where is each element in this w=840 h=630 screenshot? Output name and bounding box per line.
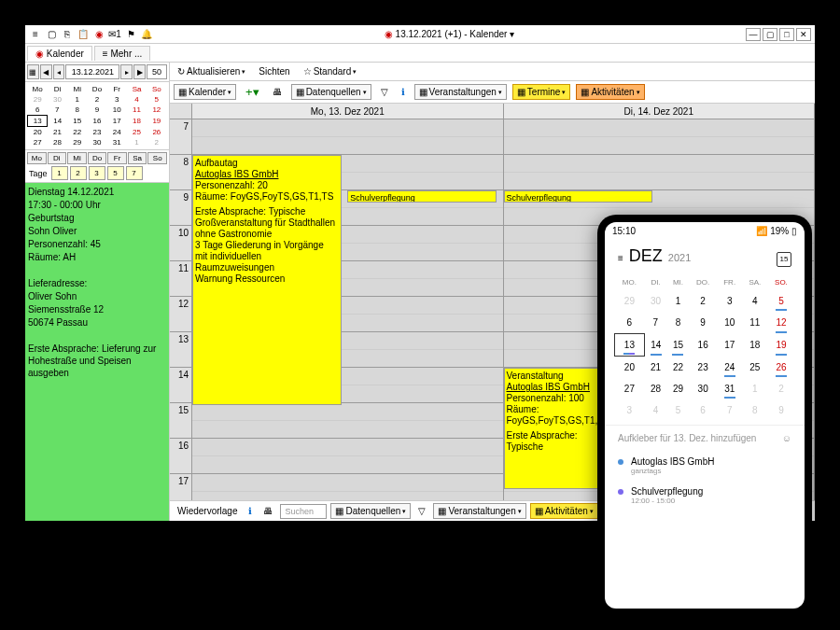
phone-today-button[interactable]: 15 [777, 252, 791, 267]
mail-icon[interactable]: ✉1 [108, 28, 121, 41]
toolbar-lower: ▦ Kalender ▾ +▾ 🖶 ▦ Datenquellen ▾ ▽ ℹ ▦… [170, 81, 815, 104]
next-button[interactable]: ▸ [120, 64, 133, 79]
print-button[interactable]: 🖶 [269, 85, 286, 99]
flag-icon[interactable]: ⚑ [124, 28, 137, 41]
prev-far-button[interactable]: ◀ [40, 64, 52, 79]
filter-bottom[interactable]: ▽ [414, 504, 429, 518]
filter-button[interactable]: ▽ [377, 85, 392, 99]
days-2[interactable]: 2 [70, 166, 87, 180]
next-far-button[interactable]: ▶ [133, 64, 146, 79]
sidebar: ▦ ◀ ◂ ▸ ▶ MoDiMiDoFrSaSo 293012345 67891… [25, 63, 170, 521]
phone-statusbar: 15:10 📶 19% ▯ [605, 222, 805, 239]
phone-menu-icon[interactable]: ≡ [618, 253, 623, 263]
dow-mo[interactable]: Mo [27, 152, 47, 164]
days-3[interactable]: 3 [89, 166, 105, 180]
mini-calendar[interactable]: MoDiMiDoFrSaSo 293012345 6789101112 1314… [25, 82, 169, 150]
tab-kalender[interactable]: ◉ Kalender [27, 46, 92, 61]
prev-button[interactable]: ◂ [53, 64, 65, 79]
phone-event-list: Autoglas IBS GmbH ganztags Schulverpfleg… [605, 451, 805, 511]
datenquellen-bottom[interactable]: ▦ Datenquellen ▾ [330, 503, 411, 519]
date-input[interactable] [65, 64, 119, 79]
maximize-button[interactable]: □ [779, 28, 794, 41]
aktivitaten-bottom[interactable]: ▦ Aktivitäten ▾ [530, 503, 598, 519]
dow-mi[interactable]: Mi [67, 152, 87, 164]
phone-calendar[interactable]: MO.DI.MI.DO.FR.SA.SO. 293012345 67891011… [605, 274, 805, 421]
day-column-1[interactable]: Mo, 13. Dez 2021 Aufbautag Autoglas IBS … [192, 104, 504, 500]
dow-do[interactable]: Do [88, 152, 107, 164]
search-input[interactable]: Suchen [280, 504, 327, 519]
titlebar: ≡ ▢ ⎘ 📋 ◉ ✉1 ⚑ 🔔 ◉ 13.12.2021 (+1) - Kal… [25, 25, 815, 44]
days-7[interactable]: 7 [126, 166, 143, 180]
dow-sa[interactable]: Sa [128, 152, 147, 164]
phone-month[interactable]: DEZ [629, 246, 663, 266]
target-icon[interactable]: ◉ [92, 28, 105, 41]
bullet-icon [618, 489, 623, 495]
event-schulverpflegung-2[interactable]: Schulverpflegung [504, 190, 653, 203]
refresh-button[interactable]: ↻ Aktualisieren ▾ [174, 64, 249, 78]
minimize-button[interactable]: — [746, 28, 761, 41]
event-schulverpflegung-1[interactable]: Schulverpflegung [347, 190, 497, 203]
menu-icon[interactable]: ≡ [29, 28, 42, 41]
wiedervorlage-button[interactable]: Wiedervorlage [174, 504, 241, 518]
close-button[interactable]: ✕ [796, 28, 811, 41]
kalender-dropdown[interactable]: ▦ Kalender ▾ [174, 84, 236, 100]
standard-button[interactable]: ☆ Standard ▾ [300, 64, 361, 78]
paste-icon[interactable]: 📋 [77, 28, 90, 41]
phone-screen: 15:10 📶 19% ▯ ≡ DEZ 2021 15 MO.DI.MI.DO.… [605, 222, 805, 609]
toolbar-upper: ↻ Aktualisieren ▾ Sichten ☆ Standard ▾ [170, 63, 815, 81]
days-1[interactable]: 1 [51, 166, 68, 180]
tab-bar: ◉ Kalender ≡ Mehr ... [25, 44, 815, 63]
window-title: ◉ 13.12.2021 (+1) - Kalender ▾ [153, 29, 746, 39]
bell-icon[interactable]: 🔔 [140, 28, 153, 41]
dow-fr[interactable]: Fr [107, 152, 127, 164]
datenquellen-dropdown[interactable]: ▦ Datenquellen ▾ [291, 84, 371, 100]
cal-picker-button[interactable]: ▦ [27, 64, 39, 79]
info-button-2[interactable]: ℹ [245, 504, 256, 518]
add-button[interactable]: +▾ [242, 83, 263, 101]
dow-so[interactable]: So [147, 152, 167, 164]
day-header-1: Mo, 13. Dez 2021 [192, 104, 503, 119]
event-aufbautag[interactable]: Aufbautag Autoglas IBS GmbH Personenzahl… [192, 155, 342, 405]
veranstaltungen-bottom[interactable]: ▦ Veranstaltungen ▾ [433, 503, 525, 519]
print-button-2[interactable]: 🖶 [259, 504, 276, 518]
tab-mehr[interactable]: ≡ Mehr ... [94, 46, 151, 61]
jump-input[interactable] [147, 64, 167, 79]
restore-button[interactable]: ▢ [763, 28, 777, 41]
event-details-panel: Dienstag 14.12.2021 17:30 - 00:00 Uhr Ge… [25, 183, 169, 521]
termine-dropdown[interactable]: ▦ Termine ▾ [512, 84, 571, 100]
phone-frame: 15:10 📶 19% ▯ ≡ DEZ 2021 15 MO.DI.MI.DO.… [597, 215, 812, 616]
info-button[interactable]: ℹ [398, 85, 409, 99]
dow-di[interactable]: Di [48, 152, 67, 164]
phone-header: ≡ DEZ 2021 15 [605, 239, 805, 274]
days-5[interactable]: 5 [107, 166, 124, 180]
phone-add-sticker[interactable]: Aufkleber für 13. Dez. hinzufügen ☺ [605, 425, 805, 451]
phone-event-1[interactable]: Autoglas IBS GmbH ganztags [618, 451, 791, 481]
views-button[interactable]: Sichten [255, 64, 293, 78]
aktivitaten-dropdown[interactable]: ▦ Aktivitäten ▾ [576, 84, 644, 100]
window-icon[interactable]: ▢ [45, 28, 58, 41]
phone-event-2[interactable]: Schulverpflegung 12:00 - 15:00 [618, 481, 791, 511]
day-range-buttons: Mo Di Mi Do Fr Sa So Tage 1 2 3 5 7 [25, 150, 169, 183]
phone-year: 2021 [668, 252, 691, 263]
tage-label: Tage [27, 169, 49, 178]
bullet-icon [618, 459, 623, 465]
day-header-2: Di, 14. Dez 2021 [504, 104, 815, 119]
veranstaltungen-dropdown[interactable]: ▦ Veranstaltungen ▾ [414, 84, 507, 100]
date-navigator: ▦ ◀ ◂ ▸ ▶ [25, 63, 169, 82]
sticker-icon[interactable]: ☺ [782, 433, 791, 443]
copy-icon[interactable]: ⎘ [61, 28, 74, 41]
time-column: 7891011121314151617 [170, 104, 192, 500]
event-veranstaltung[interactable]: Veranstaltung Autoglas IBS GmbH Personen… [504, 368, 612, 489]
